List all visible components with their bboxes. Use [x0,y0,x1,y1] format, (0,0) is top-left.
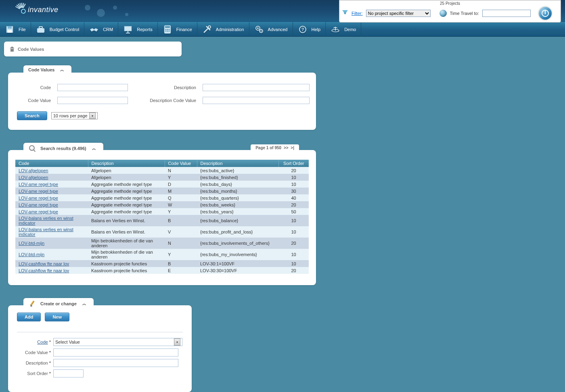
table-row[interactable]: LOV-btd-mijnMijn betrokkenheden of die v… [15,238,309,249]
menu-file[interactable]: File [0,22,31,37]
code-field-label: Code * [17,340,53,344]
time-travel-input[interactable] [482,10,531,17]
menu-finance[interactable]: Finance [158,22,197,37]
col-codevalue[interactable]: Code Value [165,160,197,167]
home-icon[interactable] [10,47,15,52]
pager-last[interactable]: >| [291,146,294,150]
results-table: Code Description Code Value Description … [15,160,309,274]
pager-next[interactable]: >> [284,146,289,150]
codevalue-input[interactable] [57,97,128,104]
cell-sortorder: 10 [278,174,309,181]
form-row-code: Code * Select Value ▾ [17,338,183,346]
code-link[interactable]: LOV-ame regel type [19,182,58,187]
table-row[interactable]: LOV-cashflow fte naar lovKasstroom proje… [15,267,309,274]
menu-advanced[interactable]: Advanced [249,22,293,37]
cell-codevalue: E [165,267,197,274]
cell-sortorder: 20 [278,167,309,174]
col-description2[interactable]: Description [197,160,278,167]
code-link[interactable]: LOV-btd-mijn [19,241,44,246]
menu-label: File [19,27,26,32]
code-link[interactable]: LOV-afgelopen [19,175,48,180]
rows-per-page-select[interactable]: 10 rows per page ▾ [51,112,98,119]
col-description[interactable]: Description [88,160,165,167]
collapse-icon[interactable]: ︽ [82,301,86,307]
new-button[interactable]: New [45,313,69,321]
filter-label[interactable]: Filter [352,11,363,16]
cell-codevalue: Y [165,249,197,260]
codevalue-field[interactable] [53,348,178,357]
power-button[interactable] [539,7,552,20]
cell-code: LOV-ame regel type [15,208,88,215]
sortorder-field[interactable] [53,369,84,377]
menu-budget-control[interactable]: Budget Control [31,22,84,37]
code-select[interactable]: Select Value ▾ [53,338,182,346]
table-row[interactable]: LOV-ame regel typeAggregatie methode reg… [15,208,309,215]
code-link[interactable]: LOV-balans verlies en winst indicator [19,216,73,225]
code-link[interactable]: LOV-ame regel type [19,196,58,200]
desc-cv-input[interactable] [203,97,310,104]
cell-description: Mijn betrokkenheden of die van anderen [88,238,165,249]
cell-description: Aggregatie methode regel type [88,181,165,188]
project-filter-select[interactable]: No project specific filter [366,10,431,17]
add-button[interactable]: Add [17,313,41,321]
cell-codevalue: Y [165,208,197,215]
description-field[interactable] [53,359,178,367]
presentation-icon [123,25,133,34]
table-row[interactable]: LOV-balans verlies en winst indicatorBal… [15,226,309,238]
pager-text: Page 1 of 950 [255,146,281,150]
code-link[interactable]: LOV-ame regel type [19,202,58,207]
cell-description2: {res:bubs_days} [197,181,278,188]
table-row[interactable]: LOV-cashflow fte naar lovKasstroom proje… [15,260,309,267]
col-code[interactable]: Code [15,160,88,167]
menu-demo[interactable]: Demo [326,22,361,37]
code-link[interactable]: LOV-cashflow fte naar lov [19,268,69,273]
table-row[interactable]: LOV-ame regel typeAggregatie methode reg… [15,201,309,208]
table-row[interactable]: LOV-ame regel typeAggregatie methode reg… [15,194,309,201]
code-link[interactable]: LOV-btd-mijn [19,252,44,257]
code-link[interactable]: LOV-afgelopen [19,168,48,173]
collapse-icon[interactable]: ︽ [92,146,96,151]
col-sortorder[interactable]: Sort Order [278,160,309,167]
cell-description: Balans en Verlies en Winst. [88,215,165,226]
search-button[interactable]: Search [17,111,47,120]
menu-reports[interactable]: Reports [118,22,158,37]
cell-sortorder: 40 [278,194,309,201]
table-row[interactable]: LOV-btd-mijnMijn betrokkenheden of die v… [15,249,309,260]
collapse-icon[interactable]: ︽ [60,67,64,73]
cell-sortorder: 20 [278,267,309,274]
cell-description2: {res:bubs_years} [197,208,278,215]
cell-sortorder: 10 [278,249,309,260]
menu-label: CRM [103,27,113,32]
table-row[interactable]: LOV-balans verlies en winst indicatorBal… [15,215,309,226]
code-link[interactable]: LOV-balans verlies en winst indicator [19,227,73,237]
cell-sortorder: 10 [278,260,309,267]
code-link[interactable]: LOV-ame regel type [19,209,58,214]
code-link[interactable]: LOV-ame regel type [19,189,58,194]
divider [17,332,183,332]
cell-sortorder: 20 [278,201,309,208]
table-row[interactable]: LOV-afgelopenAfgelopenN{res:bubs_active}… [15,167,309,174]
header-decoration [81,3,137,19]
svg-rect-2 [8,30,12,33]
menu-help[interactable]: ? Help [293,22,326,37]
cell-codevalue: N [165,167,197,174]
description-label: Description [134,85,199,90]
table-row[interactable]: LOV-ame regel typeAggregatie methode reg… [15,188,309,194]
menu-label: Administration [216,27,244,32]
time-travel-label: Time Travel to: [450,11,479,16]
briefcase-icon [36,25,46,34]
code-link[interactable]: Code [37,340,48,344]
table-row[interactable]: LOV-afgelopenAfgelopenY{res:bubs_finishe… [15,174,309,181]
menu-crm[interactable]: CRM [84,22,118,37]
search-panel-tab: Code Values ︽ [23,65,71,74]
svg-point-12 [168,29,170,30]
table-row[interactable]: LOV-ame regel typeAggregatie methode reg… [15,181,309,188]
menubar: File Budget Control CRM Reports Finance … [0,22,565,37]
create-panel: Create or change ︽ Add New Code * Select… [8,305,192,392]
cell-sortorder: 10 [278,226,309,238]
code-input[interactable] [57,84,128,91]
code-link[interactable]: LOV-cashflow fte naar lov [19,261,69,266]
description-input[interactable] [203,84,310,91]
code-label: Code [17,85,53,90]
menu-administration[interactable]: Administration [197,22,249,37]
